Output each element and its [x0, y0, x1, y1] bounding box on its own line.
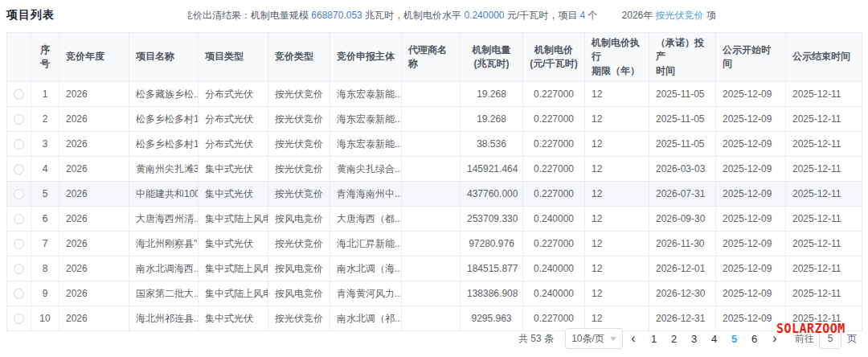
page-number-6[interactable]: 6 — [744, 328, 764, 349]
table-cell-publicity-end: 2025-12-11 — [786, 157, 862, 182]
notice-text: 个 — [585, 10, 597, 21]
pv-bidding-link[interactable]: 按光伏竞价 — [656, 10, 704, 21]
page-number-3[interactable]: 3 — [684, 328, 704, 349]
table-cell-bid-year: 2026 — [59, 256, 129, 281]
table-cell-production-time: 2025-11-05 — [649, 107, 716, 132]
table-cell-project-type: 分布式光伏 — [199, 82, 268, 107]
table-row[interactable]: 5 2026 中能建共和100... 集中式光伏 按光伏竞价 青海海南州中...… — [7, 182, 862, 207]
header-project-type: 项目类型 — [199, 33, 268, 82]
table-cell-bid-entity: 大唐海西（都... — [330, 207, 402, 232]
project-table: 序号 竞价年度 项目名称 项目类型 竞价类型 竞价申报主体 代理商名称 机制电量… — [6, 32, 862, 331]
table-cell-agent-name — [402, 306, 461, 331]
table-cell-bid-entity: 青海黄河风力... — [330, 281, 402, 306]
table-cell-price-term: 12 — [585, 281, 649, 306]
table-cell-price-term: 12 — [585, 82, 649, 107]
table-cell-production-time: 2025-11-05 — [649, 132, 716, 157]
table-cell-bid-year: 2026 — [59, 107, 129, 132]
table-row[interactable]: 9 2026 国家第二批大... 集中式陆上风电 按风电竞价 青海黄河风力...… — [7, 281, 862, 306]
table-cell-radio — [7, 107, 31, 132]
row-radio-button[interactable] — [14, 139, 24, 150]
table-cell-bid-entity: 海东宏泰新能... — [330, 82, 402, 107]
page-number-5[interactable]: 5 — [724, 328, 744, 349]
table-cell-publicity-end: 2025-12-11 — [786, 107, 862, 132]
table-row[interactable]: 7 2026 海北州刚察县"... 集中式光伏 按光伏竞价 海北汇昇新能... … — [7, 232, 862, 256]
table-cell-price-term: 12 — [585, 232, 649, 256]
table-cell-bid-entity: 南水北调（海... — [330, 256, 402, 281]
page-number-4[interactable]: 4 — [704, 328, 724, 349]
table-cell-price-term: 12 — [585, 207, 649, 232]
table-body: 1 2026 松多藏族乡松... 分布式光伏 按光伏竞价 海东宏泰新能... 1… — [7, 82, 862, 331]
table-cell-bid-entity: 海东宏泰新能... — [330, 107, 402, 132]
table-row[interactable]: 8 2026 南水北调海西... 集中式陆上风电 按风电竞价 南水北调（海...… — [7, 256, 862, 281]
table-cell-bid-year: 2026 — [59, 306, 129, 331]
table-cell-agent-name — [402, 281, 461, 306]
table-cell-seq: 5 — [31, 182, 59, 207]
table-cell-publicity-end: 2025-12-11 — [786, 281, 862, 306]
table-cell-radio — [7, 232, 31, 256]
header-publicity-end: 公示结束时间 — [786, 33, 862, 82]
header-bid-entity: 竞价申报主体 — [330, 33, 402, 82]
table-cell-mech-price: 0.240000 — [523, 281, 585, 306]
table-cell-mech-price: 0.227000 — [523, 232, 585, 256]
table-cell-mech-energy: 9295.963 — [461, 306, 523, 331]
table-cell-publicity-start: 2025-12-09 — [716, 107, 786, 132]
table-cell-seq: 3 — [31, 132, 59, 157]
table-cell-bid-year: 2026 — [59, 281, 129, 306]
table-cell-project-type: 分布式光伏 — [199, 132, 268, 157]
page-root: 项目列表 竞价出清结果：机制电量规模 668870.053 兆瓦时，机制电价水平… — [0, 0, 868, 357]
table-cell-mech-energy: 38.536 — [461, 132, 523, 157]
table-cell-publicity-start: 2025-12-09 — [716, 157, 786, 182]
table-cell-agent-name — [402, 232, 461, 256]
table-cell-price-term: 12 — [585, 107, 649, 132]
table-header-row: 序号 竞价年度 项目名称 项目类型 竞价类型 竞价申报主体 代理商名称 机制电量… — [7, 33, 862, 82]
table-cell-production-time: 2026-09-30 — [649, 207, 716, 232]
table-row[interactable]: 6 2026 大唐海西州清... 集中式陆上风电 按风电竞价 大唐海西（都...… — [7, 207, 862, 232]
page-number-2[interactable]: 2 — [664, 328, 684, 349]
table-cell-bid-entity: 海东宏泰新能... — [330, 132, 402, 157]
row-radio-button[interactable] — [14, 89, 24, 100]
table-cell-mech-price: 0.227000 — [523, 107, 585, 132]
mech-energy-value: 668870.053 — [311, 10, 362, 21]
table-cell-mech-energy: 97280.976 — [461, 232, 523, 256]
table-row[interactable]: 3 2026 松多乡松多村1... 分布式光伏 按光伏竞价 海东宏泰新能... … — [7, 132, 862, 157]
notice-text: 竞价出清结果：机制电量规模 — [188, 10, 311, 21]
table-row[interactable]: 2 2026 松多乡松多村1... 分布式光伏 按光伏竞价 海东宏泰新能... … — [7, 107, 862, 132]
row-radio-button[interactable] — [14, 289, 24, 299]
table-cell-agent-name — [402, 107, 461, 132]
row-radio-button[interactable] — [14, 189, 24, 199]
header-bid-year: 竞价年度 — [59, 33, 129, 82]
header-publicity-start: 公示开始时间 — [716, 33, 786, 82]
row-radio-button[interactable] — [14, 314, 24, 324]
header-production-time: （承诺）投产 时间 — [649, 33, 716, 82]
table-cell-agent-name — [402, 82, 461, 107]
row-radio-button[interactable] — [14, 114, 24, 125]
row-radio-button[interactable] — [14, 264, 24, 274]
table-cell-publicity-end: 2025-12-11 — [786, 82, 862, 107]
table-cell-mech-price: 0.240000 — [523, 256, 585, 281]
page-number-1[interactable]: 1 — [644, 328, 664, 349]
row-radio-button[interactable] — [14, 164, 24, 174]
table-cell-mech-price: 0.227000 — [523, 182, 585, 207]
table-cell-publicity-end: 2025-12-11 — [786, 132, 862, 157]
table-cell-project-name: 黄南州尖扎滩3... — [129, 157, 199, 182]
table-cell-bid-entity: 青海海南州中... — [330, 182, 402, 207]
header-bid-type: 竞价类型 — [268, 33, 330, 82]
table-cell-production-time: 2026-12-30 — [649, 281, 716, 306]
table-cell-publicity-start: 2025-12-09 — [716, 182, 786, 207]
table-cell-mech-energy: 19.268 — [461, 82, 523, 107]
prev-page-button[interactable]: ‹ — [624, 328, 642, 349]
table-cell-bid-type: 按光伏竞价 — [268, 182, 330, 207]
table-row[interactable]: 1 2026 松多藏族乡松... 分布式光伏 按光伏竞价 海东宏泰新能... 1… — [7, 82, 862, 107]
row-radio-button[interactable] — [14, 239, 24, 249]
header-seq: 序号 — [31, 33, 59, 82]
page-size-select[interactable]: 10条/页 — [565, 328, 623, 349]
table-cell-bid-entity: 南水北调（祁... — [330, 306, 402, 331]
table-cell-bid-year: 2026 — [59, 132, 129, 157]
table-cell-mech-price: 0.240000 — [523, 207, 585, 232]
notice-text: 项目竞价出清结果：机制电量规模 — [704, 10, 715, 21]
table-cell-mech-energy: 145921.464 — [461, 157, 523, 182]
row-radio-button[interactable] — [14, 214, 24, 224]
table-cell-mech-price: 0.227000 — [523, 132, 585, 157]
table-row[interactable]: 4 2026 黄南州尖扎滩3... 集中式光伏 按光伏竞价 黄南尖扎绿合... … — [7, 157, 862, 182]
table-cell-project-name: 中能建共和100... — [129, 182, 199, 207]
